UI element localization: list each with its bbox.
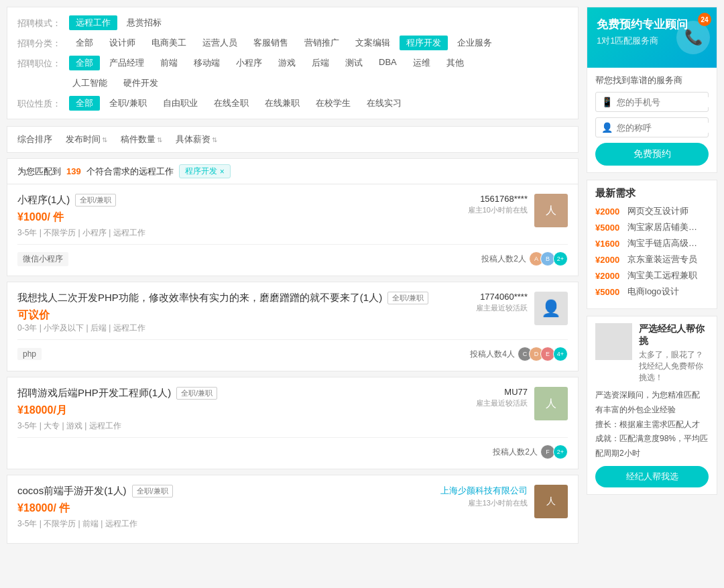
sidebar-banner: 免费预约专业顾问 1对1匹配服务商 📞 24 [587, 7, 717, 68]
agent-feature-0: 严选资深顾问，为您精准匹配 [595, 388, 709, 403]
nat-5[interactable]: 在校学生 [309, 96, 357, 111]
job-title-0[interactable]: 小程序(1人) 全职/兼职 [17, 194, 461, 207]
nat-0[interactable]: 全部 [69, 96, 100, 111]
job-tag-0-0[interactable]: 微信小程序 [17, 252, 68, 266]
job-type-3: 全职/兼职 [132, 485, 173, 497]
match-tag-text: 程序开发 [185, 166, 217, 177]
mode-option-0[interactable]: 远程工作 [69, 15, 117, 30]
recruiter-area-1: 1774060**** 雇主最近较活跃 👤 [461, 292, 568, 325]
recruiter-name-2[interactable]: MU77 [476, 387, 528, 397]
mode-option-1[interactable]: 悬赏招标 [120, 15, 168, 30]
position-label: 招聘职位： [17, 56, 61, 70]
demand-item-1[interactable]: ¥5000 淘宝家居店铺美工... [595, 221, 709, 233]
agent-feature-2: 擅长：根据雇主需求匹配人才 [595, 418, 709, 432]
sort-薪资[interactable]: 具体薪资 ⇅ [176, 133, 217, 145]
job-meta-2: 3-5年 | 大专 | 游戏 | 远程工作 [17, 420, 461, 432]
badge-24: 24 [698, 13, 711, 26]
cat-0[interactable]: 全部 [69, 36, 100, 50]
nat-1[interactable]: 全职/兼职 [103, 96, 154, 111]
pos-10[interactable]: 其他 [440, 56, 471, 70]
recruiter-status-1: 雇主最近较活跃 [476, 303, 528, 313]
pos-hw[interactable]: 硬件开发 [117, 76, 165, 91]
demand-item-3[interactable]: ¥2000 京东童装运营专员 [595, 253, 709, 266]
demand-item-0[interactable]: ¥2000 网页交互设计师 [595, 205, 709, 217]
mode-label: 招聘模式： [17, 15, 61, 30]
filter-position-row2: 人工智能 硬件开发 [17, 76, 568, 91]
job-tags-2: 投稿人数2人 F 2+ [17, 445, 568, 459]
job-title-2[interactable]: 招聘游戏后端PHP开发工程师(1人) 全职/兼职 [17, 387, 461, 400]
filter-position-row1: 招聘职位： 全部 产品经理 前端 移动端 小程序 游戏 后端 测试 DBA 运维… [17, 56, 568, 70]
agent-features: 严选资深顾问，为您精准匹配 有丰富的外包企业经验 擅长：根据雇主需求匹配人才 成… [595, 388, 709, 461]
cat-4[interactable]: 客服销售 [247, 36, 295, 50]
nat-2[interactable]: 自由职业 [156, 96, 204, 111]
sort-稿件[interactable]: 稿件数量 ⇅ [121, 133, 162, 145]
sort-综合[interactable]: 综合排序 [17, 133, 52, 145]
nat-4[interactable]: 在线兼职 [258, 96, 306, 111]
pos-4[interactable]: 小程序 [229, 56, 269, 70]
sort-时间[interactable]: 发布时间 ⇅ [66, 133, 107, 145]
job-type-1: 全职/兼职 [387, 292, 428, 304]
filter-nature-row: 职位性质： 全部 全职/兼职 自由职业 在线全职 在线兼职 在校学生 在线实习 [17, 96, 568, 111]
nat-3[interactable]: 在线全职 [207, 96, 255, 111]
more-badge-1: 4+ [553, 347, 568, 361]
nat-6[interactable]: 在线实习 [360, 96, 408, 111]
cat-2[interactable]: 电商美工 [145, 36, 193, 50]
demand-item-2[interactable]: ¥1600 淘宝手链店高级美... [595, 237, 709, 249]
sidebar-consult-panel: 免费预约专业顾问 1对1匹配服务商 📞 24 帮您找到靠谱的服务商 📱 👤 免费… [587, 7, 717, 173]
phone-input[interactable] [617, 97, 717, 107]
match-suffix: 个符合需求的远程工作 [86, 166, 174, 178]
job-title-3[interactable]: cocos前端手游开发(1人) 全职/兼职 [17, 485, 440, 497]
recruiter-avatar-0: 人 [534, 194, 568, 227]
pos-0[interactable]: 全部 [69, 56, 100, 70]
pos-9[interactable]: 运维 [406, 56, 437, 70]
agent-select-btn[interactable]: 经纪人帮我选 [595, 466, 709, 487]
pos-3[interactable]: 移动端 [187, 56, 227, 70]
avatars-0: A B 2+ [529, 251, 568, 266]
job-salary-2: ¥18000/月 [17, 404, 461, 418]
demand-item-5[interactable]: ¥5000 电商logo设计 [595, 286, 709, 298]
agent-feature-3: 成就：匹配满意度98%，平均匹配周期2小时 [595, 432, 709, 461]
recruiter-avatar-3: 人 [534, 485, 568, 518]
cat-3[interactable]: 运营人员 [196, 36, 244, 50]
tag-list-0: 微信小程序 [17, 252, 68, 266]
divider-1 [17, 339, 568, 340]
recruiter-name-1[interactable]: 1774060**** [476, 292, 528, 302]
avatars-2: F 2+ [540, 445, 568, 459]
free-btn[interactable]: 免费预约 [595, 143, 709, 166]
category-label: 招聘分类： [17, 36, 61, 50]
cat-1[interactable]: 设计师 [103, 36, 142, 50]
pos-ai[interactable]: 人工智能 [66, 76, 114, 91]
pos-2[interactable]: 前端 [154, 56, 184, 70]
match-tag-close[interactable]: × [220, 167, 225, 176]
cat-8[interactable]: 企业服务 [450, 36, 499, 50]
match-tag[interactable]: 程序开发 × [179, 164, 231, 178]
job-title-area-2: 招聘游戏后端PHP开发工程师(1人) 全职/兼职 ¥18000/月 3-5年 |… [17, 387, 461, 432]
job-header-1: 我想找人二次开发PHP功能，修改效率快有实力的来，磨磨蹭蹭的就不要来了(1人) … [17, 292, 568, 334]
job-tags-1: php 投稿人数4人 C D E 4+ [17, 347, 568, 361]
name-input[interactable] [617, 123, 717, 133]
sidebar: 免费预约专业顾问 1对1匹配服务商 📞 24 帮您找到靠谱的服务商 📱 👤 免费… [587, 7, 717, 549]
job-title-1[interactable]: 我想找人二次开发PHP功能，修改效率快有实力的来，磨磨蹭蹭的就不要来了(1人) … [17, 292, 461, 304]
name-field: 👤 [595, 117, 709, 137]
pos-5[interactable]: 游戏 [272, 56, 302, 70]
pos-7[interactable]: 测试 [339, 56, 369, 70]
recruiter-area-2: MU77 雇主最近较活跃 人 [461, 387, 568, 420]
job-tag-1-0[interactable]: php [17, 348, 42, 360]
demand-item-4[interactable]: ¥2000 淘宝美工远程兼职 [595, 270, 709, 282]
cat-7[interactable]: 程序开发 [400, 36, 448, 50]
pos-1[interactable]: 产品经理 [103, 56, 151, 70]
recruiter-area-0: 1561768**** 雇主10小时前在线 人 [461, 194, 568, 227]
pos-8[interactable]: DBA [372, 56, 404, 68]
agent-panel: 严选经纪人帮你挑 太多了，眼花了？找经纪人免费帮你挑选！ 严选资深顾问，为您精准… [587, 316, 717, 495]
job-card-2: 招聘游戏后端PHP开发工程师(1人) 全职/兼职 ¥18000/月 3-5年 |… [7, 377, 579, 469]
recruiter-name-0[interactable]: 1561768**** [468, 194, 528, 204]
job-type-0: 全职/兼职 [75, 194, 116, 207]
recruiter-name-3[interactable]: 上海少颜科技有限公司 [440, 485, 528, 497]
cat-6[interactable]: 文案编辑 [349, 36, 397, 50]
applicants-1: 投稿人数4人 C D E 4+ [470, 347, 568, 361]
divider-2 [17, 437, 568, 438]
cat-5[interactable]: 营销推广 [298, 36, 346, 50]
pos-6[interactable]: 后端 [305, 56, 336, 70]
job-card-0: 小程序(1人) 全职/兼职 ¥1000/ 件 3-5年 | 不限学历 | 小程序… [7, 184, 579, 276]
filter-mode-row: 招聘模式： 远程工作 悬赏招标 [17, 15, 568, 30]
